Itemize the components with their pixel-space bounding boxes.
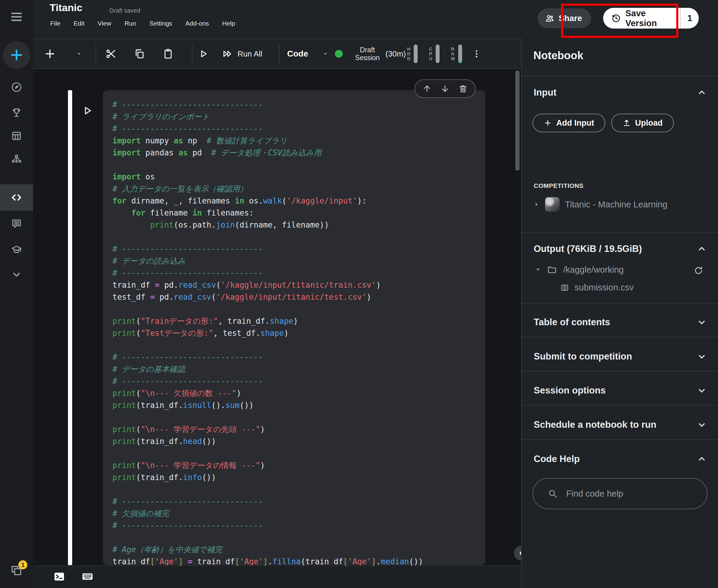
code-line[interactable] [112, 303, 423, 315]
sidebar-item-competitions[interactable] [0, 103, 33, 122]
code-line[interactable]: # ------------------------------ [112, 99, 423, 111]
code-line[interactable]: print(train_df.head()) [112, 435, 423, 447]
code-line[interactable]: import pandas as pd # データ処理・CSV読み込み用 [112, 147, 423, 159]
add-cell-caret[interactable] [76, 39, 82, 68]
section-code-help[interactable]: Code Help [522, 447, 718, 471]
code-line[interactable] [112, 159, 423, 171]
play-outline-icon [198, 48, 209, 59]
hamburger-menu-button[interactable] [0, 7, 33, 26]
code-line[interactable]: # 欠損値の補完 [112, 507, 423, 520]
code-line[interactable]: for filename in filenames: [112, 207, 423, 219]
menu-file[interactable]: File [50, 20, 60, 27]
upload-button[interactable]: Upload [611, 113, 674, 132]
code-content[interactable]: # ------------------------------# ライブラリの… [112, 99, 423, 568]
editor-scrollbar[interactable] [515, 70, 520, 171]
competition-input-row[interactable]: Titanic - Machine Learning [534, 197, 668, 212]
sidebar-item-learn[interactable] [0, 240, 33, 259]
section-table-of-contents[interactable]: Table of contents [522, 310, 718, 334]
section-submit-to-competition[interactable]: Submit to competition [522, 344, 718, 369]
code-line[interactable]: print("\n--- 学習データの情報 ---") [112, 459, 423, 471]
sidebar-item-models[interactable] [0, 149, 33, 168]
cell-selection-bar[interactable] [68, 90, 72, 565]
discussions-icon [11, 218, 22, 229]
delete-cell-button[interactable] [458, 84, 468, 93]
code-line[interactable]: # ------------------------------ [112, 496, 423, 507]
refresh-output-button[interactable] [694, 266, 703, 275]
menu-edit[interactable]: Edit [74, 20, 84, 27]
copy-button[interactable] [134, 39, 145, 68]
code-line[interactable]: import os [112, 171, 423, 183]
code-line[interactable]: # データの読み込み [112, 255, 423, 267]
menu-view[interactable]: View [98, 20, 111, 27]
code-line[interactable]: print("\n--- 欠損値の数 ---") [112, 387, 423, 399]
input-section-header[interactable]: Input [522, 81, 718, 105]
chevron-down-icon [697, 352, 706, 361]
menu-run[interactable]: Run [125, 20, 136, 27]
code-line[interactable]: # ------------------------------ [112, 267, 423, 279]
add-cell-button[interactable] [44, 39, 56, 68]
code-line[interactable]: import numpy as np # 数値計算ライブラリ [112, 135, 423, 147]
competition-name[interactable]: Titanic - Machine Learning [565, 200, 668, 210]
code-help-search-input[interactable] [566, 488, 687, 499]
run-all-button[interactable]: Run All [222, 39, 262, 68]
add-input-button[interactable]: Add Input [532, 113, 605, 132]
caret-right-icon[interactable] [534, 202, 540, 207]
sidebar-more-button[interactable] [0, 265, 33, 284]
code-line[interactable]: # ------------------------------ [112, 375, 423, 387]
output-folder-row[interactable]: /kaggle/working [535, 265, 624, 275]
code-line[interactable] [112, 411, 423, 423]
keyboard-icon[interactable] [81, 570, 94, 583]
code-line[interactable]: # ------------------------------ [112, 243, 423, 255]
section-schedule-notebook[interactable]: Schedule a notebook to run [522, 413, 718, 437]
code-line[interactable]: print(train_df.isnull().sum()) [112, 399, 423, 411]
move-cell-down-button[interactable] [440, 84, 450, 93]
cell-type-dropdown[interactable]: Code [287, 39, 329, 68]
code-line[interactable]: # ------------------------------ [112, 520, 423, 531]
sidebar-item-home[interactable] [0, 78, 33, 97]
code-line[interactable] [112, 231, 423, 243]
output-section-label: Output (76KiB / 19.5GiB) [534, 244, 642, 254]
code-line[interactable]: print(train_df.info()) [112, 471, 423, 483]
code-line[interactable]: print("\n--- 学習データの先頭 ---") [112, 423, 423, 435]
code-line[interactable]: # データの基本確認 [112, 363, 423, 375]
move-cell-up-button[interactable] [422, 84, 432, 93]
active-events-button[interactable]: 1 [0, 560, 33, 581]
menu-help[interactable]: Help [222, 20, 235, 27]
code-line[interactable]: for dirname, _, filenames in os.walk('/k… [112, 195, 423, 207]
code-line[interactable]: print("Testデータの形:", test_df.shape) [112, 327, 423, 339]
code-line[interactable]: # ライブラリのインポート [112, 111, 423, 123]
code-line[interactable] [112, 447, 423, 459]
sidebar-item-code-selected[interactable] [0, 184, 33, 211]
run-cell-button[interactable] [198, 39, 209, 68]
code-line[interactable] [112, 483, 423, 496]
code-line[interactable]: # ------------------------------ [112, 123, 423, 135]
code-line[interactable]: test_df = pd.read_csv('/kaggle/input/tit… [112, 291, 423, 303]
code-line[interactable]: # Age（年齢）を中央値で補完 [112, 544, 423, 555]
caret-down-icon[interactable] [535, 267, 541, 273]
code-line[interactable] [112, 339, 423, 351]
output-file-label[interactable]: submission.csv [575, 282, 634, 293]
notebook-title[interactable]: Titanic [49, 2, 82, 14]
menu-addons[interactable]: Add-ons [186, 20, 209, 27]
section-session-options[interactable]: Session options [522, 378, 718, 402]
code-line[interactable]: train_df = pd.read_csv('/kaggle/input/ti… [112, 279, 423, 291]
code-line[interactable]: # 入力データの一覧を表示（確認用） [112, 183, 423, 195]
console-icon[interactable] [53, 570, 66, 583]
sidebar-item-datasets[interactable] [0, 126, 33, 146]
code-line[interactable]: # ------------------------------ [112, 351, 423, 363]
cut-button[interactable] [105, 39, 117, 68]
sidebar-item-discussions[interactable] [0, 214, 33, 233]
create-button[interactable] [0, 41, 33, 69]
clipboard-icon [162, 48, 174, 60]
paste-button[interactable] [162, 39, 174, 68]
code-line[interactable] [112, 531, 423, 544]
code-line[interactable]: print(os.path.join(dirname, filename)) [112, 219, 423, 231]
toolbar-overflow-menu[interactable] [471, 39, 482, 68]
cell-run-button[interactable] [81, 105, 93, 117]
menu-settings[interactable]: Settings [149, 20, 172, 27]
output-folder-label[interactable]: /kaggle/working [563, 265, 624, 275]
output-file-row[interactable]: submission.csv [560, 282, 634, 293]
version-count[interactable]: 1 [681, 13, 699, 23]
output-section-header[interactable]: Output (76KiB / 19.5GiB) [522, 237, 718, 261]
code-line[interactable]: print("Trainデータの形:", train_df.shape) [112, 315, 423, 327]
